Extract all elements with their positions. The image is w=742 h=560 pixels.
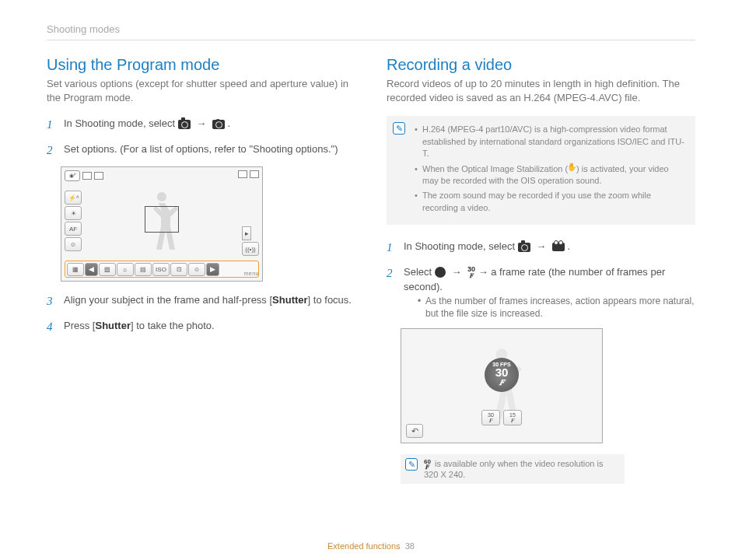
arrow-icon: → [196,117,206,129]
menu-label[interactable]: menu [243,271,259,276]
resolution-button[interactable]: ▦ [67,263,84,276]
left-step-4: 4 Press [Shutter] to take the photo. [47,318,355,336]
content-columns: Using the Program mode Set various optio… [47,56,695,484]
footer-page: 38 [405,541,415,551]
scroll-right-button[interactable]: ▸ [242,226,251,240]
flash-status-icon [238,170,247,178]
ss-right-controls: ▸ ((•)) [242,226,259,256]
left-heading: Using the Program mode [47,56,355,74]
t: ] to take the photo. [131,320,215,331]
badge-mid: 30 [495,367,509,378]
ss-topbar: ◉ᴾ [65,170,259,181]
step1-text: In Shooting mode, select [64,117,178,129]
camera-p-icon [212,120,225,129]
fps-15-button[interactable]: 15𝑭 [503,410,522,425]
right-step-2: 2 Select → 30𝑭 → a frame rate (the numbe… [387,264,695,321]
step-body: Select → 30𝑭 → a frame rate (the number … [404,264,695,321]
t: Select [404,266,435,278]
t: ] to focus. [308,294,352,306]
wifi-button[interactable]: ((•)) [242,242,259,256]
left-step-2: 2 Set options. (For a list of options, r… [47,142,355,159]
shutter-label: Shutter [95,320,131,331]
step-number: 2 [387,264,397,321]
iso-button[interactable]: ISO [152,263,170,276]
info-note-box: ✎ H.264 (MPEG-4 part10/AVC) is a high-co… [387,116,695,225]
step2-sub-bullet: As the number of frames increases, actio… [418,295,695,321]
fps-badge: 30 FPS 30 𝑭 [485,358,519,392]
camera-icon [178,120,191,129]
note-item: When the Optical Image Stabilization () … [415,163,686,187]
fps-30-button[interactable]: 30𝑭 [481,410,500,425]
ois-hand-icon [568,165,576,174]
mode-chip-icon: ◉ᴾ [65,170,80,181]
dial-up-icon [435,267,446,278]
left-column: Using the Program mode Set various optio… [47,56,355,484]
ss-bottombar-highlighted: ▦ ◀ ▨ ☼ ▤ ISO ⊡ ☺ ▶ [65,261,259,278]
step-body: In Shooting mode, select → . [404,239,695,257]
arrow-icon: → [536,240,546,252]
info-icon: ✎ [393,122,405,135]
option-button[interactable]: ▤ [135,263,152,276]
ss-topright [238,170,259,178]
focus-frame [145,206,179,233]
af-button[interactable]: AF [65,222,82,236]
step-number: 1 [387,239,397,257]
fps-options-row: 30𝑭 15𝑭 [481,410,522,425]
left-step-1: 1 In Shooting mode, select → . [47,116,355,134]
right-intro: Record videos of up to 20 minutes in len… [387,77,695,105]
fps-badge-circle: 30 FPS 30 𝑭 [485,358,519,392]
t: In Shooting mode, select [404,240,518,252]
exposure-button[interactable]: ☀ [65,206,82,220]
t: Align your subject in the frame and half… [64,294,272,306]
camera-icon [518,243,530,252]
step-number: 1 [47,116,58,134]
breadcrumb: Shooting modes [47,23,695,40]
fps-30-icon: 30𝑭 [467,266,475,279]
option-button[interactable]: ☺ [188,263,205,276]
fps-60-icon: 60𝑭 [424,459,431,470]
page-footer: Extended functions 38 [0,541,742,551]
footer-section: Extended functions [327,541,401,551]
step-number: 4 [47,318,58,336]
step-body: In Shooting mode, select → . [64,116,355,134]
battery-icon [250,170,259,178]
info-icon: ✎ [405,458,418,471]
note-list: H.264 (MPEG-4 part10/AVC) is a high-comp… [415,124,686,214]
step1-post: . [228,117,231,129]
option-button[interactable]: ☼ [117,263,134,276]
left-step-3: 3 Align your subject in the frame and ha… [47,292,355,310]
nav-left-button[interactable]: ◀ [85,263,98,276]
step-body: Press [Shutter] to take the photo. [64,318,355,336]
face-button[interactable]: ☺ [65,237,82,251]
t: . [568,240,571,252]
left-intro: Set various options (except for shutter … [47,77,355,105]
back-button[interactable]: ↶ [406,424,423,438]
right-column: Recording a video Record videos of up to… [387,56,695,484]
note-item: H.264 (MPEG-4 part10/AVC) is a high-comp… [415,124,686,159]
nav-right-button[interactable]: ▶ [206,263,219,276]
top-icon [82,172,92,180]
right-heading: Recording a video [387,56,695,74]
note-item: The zoom sound may be recorded if you us… [415,190,686,214]
badge-f-icon: 𝑭 [499,378,505,387]
option-button[interactable]: ⊡ [170,263,187,276]
footnote-box: ✎ 60𝑭 is available only when the video r… [401,454,625,484]
step-body: Align your subject in the frame and half… [64,292,355,310]
arrow-icon: → [451,266,461,278]
step-body: Set options. (For a list of options, ref… [64,142,355,159]
ss-sidebar: ⚡ᴬ ☀ AF ☺ [65,191,82,251]
option-button[interactable]: ▨ [99,263,116,276]
flash-auto-button[interactable]: ⚡ᴬ [65,191,82,205]
framerate-screenshot: 30 FPS 30 𝑭 30𝑭 15𝑭 ↶ [401,328,603,443]
top-icon [94,172,103,180]
program-mode-screenshot: ◉ᴾ ⚡ᴬ ☀ AF ☺ ▸ ((•)) ▦ ◀ ▨ ☼ [61,166,263,282]
shutter-label: Shutter [272,294,308,306]
step-number: 3 [47,292,58,310]
step-number: 2 [47,142,58,159]
right-step-1: 1 In Shooting mode, select → . [387,239,695,257]
t: Press [ [64,320,95,331]
video-icon [552,243,565,251]
footnote-text: is available only when the video resolut… [424,459,603,479]
